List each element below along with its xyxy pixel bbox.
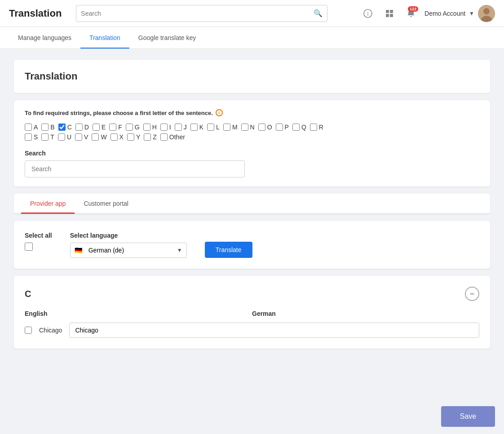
global-search-box[interactable]: 🔍 <box>76 5 327 22</box>
search-input[interactable] <box>25 160 245 177</box>
letter-checkbox-W[interactable] <box>92 133 99 141</box>
letter-checkbox-T[interactable] <box>41 133 49 141</box>
letter-checkbox-M[interactable] <box>223 124 230 131</box>
chicago-checkbox[interactable] <box>25 327 32 334</box>
letter-checkbox-X[interactable] <box>111 133 118 141</box>
letter-checkbox-S[interactable] <box>25 133 32 141</box>
chicago-translation-input[interactable] <box>69 323 479 338</box>
tab-provider-app[interactable]: Provider app <box>21 194 75 214</box>
notification-badge: 123 <box>408 6 418 12</box>
letter-label-G: G <box>135 124 140 131</box>
letter-checkbox-Other[interactable] <box>160 133 168 141</box>
letter-label-H: H <box>152 124 157 131</box>
collapse-section-button[interactable]: − <box>465 287 479 301</box>
select-lang-col: Select language 🇩🇪 German (de) ▼ <box>70 232 187 258</box>
letter-label-T: T <box>50 133 54 141</box>
select-all-checkbox[interactable] <box>25 243 33 251</box>
c-section-header: C − <box>25 287 479 301</box>
letter-item-J: J <box>175 124 190 131</box>
letter-label-I: I <box>169 124 171 131</box>
letter-checkbox-O[interactable] <box>258 124 265 131</box>
german-column-header: German <box>252 310 479 317</box>
letter-label-Z: Z <box>153 133 157 141</box>
letter-checkbox-A[interactable] <box>25 124 32 131</box>
language-select[interactable]: German (de) <box>70 243 187 258</box>
c-section: C − English German Chicago <box>14 276 490 349</box>
language-select-wrap: 🇩🇪 German (de) ▼ <box>70 243 187 258</box>
topnav-icons: i 123 Demo Account ▼ <box>360 5 495 22</box>
letter-item-V: V <box>75 133 91 141</box>
letter-checkbox-Q[interactable] <box>292 124 300 131</box>
letter-checkbox-L[interactable] <box>207 124 214 131</box>
global-search-input[interactable] <box>81 10 314 17</box>
letter-label-U: U <box>67 133 71 141</box>
grid-button[interactable] <box>381 5 398 22</box>
account-name: Demo Account <box>424 10 465 17</box>
letter-checkbox-G[interactable] <box>126 124 133 131</box>
title-card: Translation <box>14 60 490 93</box>
letter-checkbox-D[interactable] <box>75 124 83 131</box>
topnav: Translation 🔍 i 123 Demo Account ▼ <box>0 0 504 27</box>
tab-google-translate-key[interactable]: Google translate key <box>129 27 205 49</box>
letter-checkbox-V[interactable] <box>75 133 82 141</box>
letter-item-W: W <box>92 133 109 141</box>
letter-checkbox-Z[interactable] <box>144 133 151 141</box>
english-column-header: English <box>25 310 252 317</box>
letter-checkbox-R[interactable] <box>310 124 317 131</box>
letter-checkbox-B[interactable] <box>41 124 49 131</box>
letter-item-Z: Z <box>144 133 159 141</box>
letter-item-S: S <box>25 133 40 141</box>
tab-customer-portal[interactable]: Customer portal <box>75 194 137 214</box>
letter-item-T: T <box>41 133 57 141</box>
search-input-wrap <box>25 160 245 177</box>
letter-label-P: P <box>285 124 289 131</box>
letter-item-U: U <box>58 133 74 141</box>
letter-label-X: X <box>119 133 124 141</box>
select-all-label: Select all <box>25 232 52 239</box>
select-language-label: Select language <box>70 232 187 239</box>
letter-checkbox-Y[interactable] <box>127 133 134 141</box>
letter-item-E: E <box>93 124 108 131</box>
letter-checkbox-E[interactable] <box>93 124 100 131</box>
avatar <box>478 5 495 22</box>
language-section: Select all Select language 🇩🇪 German (de… <box>14 221 490 269</box>
letter-item-H: H <box>143 124 159 131</box>
letter-checkbox-N[interactable] <box>241 124 248 131</box>
letter-item-X: X <box>111 133 126 141</box>
letter-checkbox-K[interactable] <box>190 124 198 131</box>
tab-translation[interactable]: Translation <box>80 27 129 49</box>
letter-checkbox-H[interactable] <box>143 124 150 131</box>
lang-row: Select all Select language 🇩🇪 German (de… <box>25 232 479 258</box>
translate-button[interactable]: Translate <box>205 242 252 258</box>
letter-label-W: W <box>101 133 106 141</box>
letter-checkbox-C[interactable] <box>58 124 66 131</box>
notifications-button[interactable]: 123 <box>403 5 419 22</box>
letter-label-F: F <box>118 124 122 131</box>
info-icon[interactable]: i <box>216 109 223 116</box>
app-title: Translation <box>9 8 62 19</box>
page-title: Translation <box>25 71 479 82</box>
page-content: Translation To find required strings, pl… <box>5 49 499 403</box>
letter-item-C: C <box>58 124 75 131</box>
letter-item-I: I <box>160 124 174 131</box>
letter-checkbox-J[interactable] <box>175 124 182 131</box>
account-menu[interactable]: Demo Account ▼ <box>424 5 495 22</box>
letter-checkbox-F[interactable] <box>109 124 116 131</box>
search-section: Search <box>25 150 479 177</box>
letter-item-Y: Y <box>127 133 143 141</box>
letter-checkbox-I[interactable] <box>160 124 168 131</box>
tab-manage-languages[interactable]: Manage languages <box>9 27 80 49</box>
search-label: Search <box>25 150 479 157</box>
letter-label-Other: Other <box>169 133 185 141</box>
app-tabs-header: Provider app Customer portal <box>14 194 490 214</box>
letter-checkbox-U[interactable] <box>58 133 65 141</box>
letter-label-C: C <box>67 124 72 131</box>
help-button[interactable]: i <box>360 5 376 22</box>
app-tabs-card: Provider app Customer portal <box>14 194 490 214</box>
letter-label-R: R <box>319 124 323 131</box>
svg-rect-5 <box>390 14 393 17</box>
letter-checkbox-P[interactable] <box>276 124 283 131</box>
search-icon: 🔍 <box>314 9 323 18</box>
letter-label-V: V <box>84 133 88 141</box>
filter-section: To find required strings, please choose … <box>14 100 490 186</box>
